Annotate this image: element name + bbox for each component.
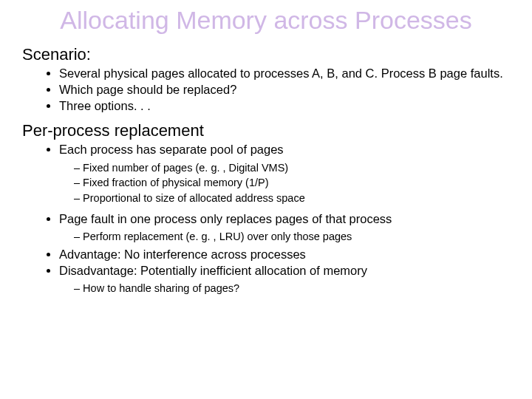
scenario-bullets: Several physical pages allocated to proc…: [22, 66, 510, 114]
bullet-item: Several physical pages allocated to proc…: [59, 66, 510, 81]
sub-bullet-item: Proportional to size of allocated addres…: [74, 191, 510, 206]
per-process-sub-1: Fixed number of pages (e. g. , Digital V…: [22, 161, 510, 206]
bullet-item: Three options. . .: [59, 98, 510, 114]
bullet-item: Advantage: No interference across proces…: [59, 247, 510, 262]
bullet-item: Which page should be replaced?: [59, 82, 510, 98]
per-process-bullets-2: Page fault in one process only replaces …: [22, 211, 510, 227]
per-process-sub-3: How to handle sharing of pages?: [22, 282, 510, 296]
slide-title: Allocating Memory across Processes: [22, 6, 510, 35]
sub-bullet-item: Fixed fraction of physical memory (1/P): [74, 176, 510, 191]
sub-bullet-item: How to handle sharing of pages?: [74, 282, 510, 296]
slide: Allocating Memory across Processes Scena…: [0, 0, 532, 399]
bullet-item: Page fault in one process only replaces …: [59, 211, 510, 227]
per-process-bullets-1: Each process has separate pool of pages: [22, 142, 510, 157]
per-process-bullets-3: Advantage: No interference across proces…: [22, 247, 510, 279]
bullet-item: Disadvantage: Potentially inefficient al…: [59, 263, 510, 279]
per-process-heading: Per-process replacement: [22, 121, 510, 140]
scenario-heading: Scenario:: [22, 45, 510, 64]
per-process-sub-2: Perform replacement (e. g. , LRU) over o…: [22, 230, 510, 245]
sub-bullet-item: Perform replacement (e. g. , LRU) over o…: [74, 230, 510, 245]
bullet-item: Each process has separate pool of pages: [59, 142, 510, 157]
sub-bullet-item: Fixed number of pages (e. g. , Digital V…: [74, 161, 510, 176]
